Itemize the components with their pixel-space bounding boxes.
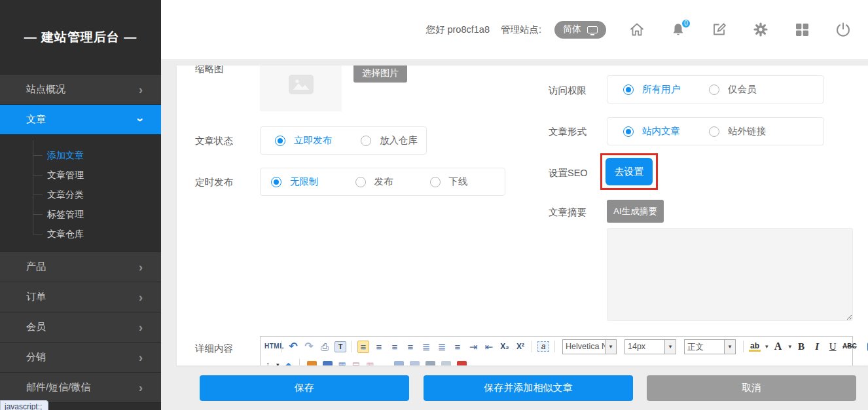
dropdown-caret-icon[interactable]: ▾: [789, 343, 792, 350]
anchor-icon[interactable]: a: [537, 341, 549, 352]
unordered-list-icon[interactable]: ≣: [436, 342, 448, 352]
highlight-color-icon[interactable]: ab: [749, 342, 761, 352]
radio-external-link[interactable]: 站外链接: [709, 125, 766, 138]
html-source-icon[interactable]: HTML: [264, 343, 276, 350]
go-setup-seo-button[interactable]: 去设置: [606, 158, 653, 185]
image-placeholder-icon: [289, 75, 314, 94]
font-size-dropdown[interactable]: 14px ▾: [624, 339, 676, 354]
radio-unselected-icon: [355, 177, 366, 187]
submenu-item-tag-manage[interactable]: 标签管理: [0, 204, 161, 224]
sidebar-item-mail-sms-wechat[interactable]: 邮件/短信/微信 ›: [0, 372, 161, 402]
radio-publish-now[interactable]: 立即发布: [275, 134, 332, 147]
admin-page: — 建站管理后台 — 站点概况 › 文章 › 添加文章 文章管理 文章分类 标签…: [0, 0, 868, 410]
undo-icon[interactable]: ↶: [287, 341, 299, 352]
print-icon[interactable]: ⎙: [319, 342, 331, 352]
compose-icon[interactable]: [710, 21, 728, 39]
logout-power-icon[interactable]: [834, 21, 852, 39]
font-family-dropdown[interactable]: Helvetica N ▾: [562, 339, 617, 354]
submenu-item-article-warehouse[interactable]: 文章仓库: [0, 224, 161, 244]
font-color-icon[interactable]: A: [772, 341, 784, 352]
sidebar-item-members[interactable]: 会员 ›: [0, 312, 161, 342]
paste-text-icon[interactable]: T: [335, 341, 346, 352]
table-row-icon[interactable]: ▤: [352, 361, 360, 366]
sidebar-item-orders[interactable]: 订单 ›: [0, 282, 161, 312]
ordered-list-icon[interactable]: ≣: [420, 342, 432, 352]
dropdown-caret-icon[interactable]: ▾: [765, 343, 769, 350]
language-toggle-button[interactable]: 简体: [554, 21, 606, 39]
submenu-item-article-manage[interactable]: 文章管理: [0, 165, 161, 185]
notifications-bell-icon[interactable]: 0: [669, 21, 687, 39]
sidebar-item-label: 站点概况: [26, 83, 65, 96]
dropdown-caret-icon[interactable]: ▾: [606, 339, 617, 354]
strikethrough-icon[interactable]: ABC: [842, 343, 854, 350]
underline-icon[interactable]: U: [827, 342, 839, 352]
line-height-icon[interactable]: ↕: [266, 361, 270, 365]
radio-offline-time[interactable]: 下线: [430, 176, 468, 188]
dropdown-caret-icon[interactable]: ▾: [276, 362, 280, 365]
radio-onsite-article[interactable]: 站内文章: [623, 125, 680, 138]
radio-selected-icon: [623, 126, 634, 137]
italic-icon[interactable]: I: [811, 342, 823, 352]
radio-members-only[interactable]: 仅会员: [709, 83, 757, 96]
align-left-icon[interactable]: ≡: [357, 341, 369, 353]
radio-no-limit[interactable]: 无限制: [271, 176, 319, 188]
radio-unselected-icon: [709, 126, 719, 137]
manage-site-label: 管理站点:: [501, 24, 541, 36]
align-center-icon[interactable]: ≡: [373, 342, 385, 352]
subscript-icon[interactable]: X₂: [499, 343, 511, 350]
bold-icon[interactable]: B: [795, 342, 807, 352]
cancel-button[interactable]: 取消: [647, 375, 856, 401]
radio-all-users[interactable]: 所有用户: [623, 83, 680, 96]
summary-textarea[interactable]: [607, 228, 853, 321]
chevron-right-icon: ›: [139, 291, 143, 303]
dropdown-caret-icon[interactable]: ▾: [665, 339, 676, 354]
thumbnail-label: 缩略图: [195, 65, 224, 75]
greeting-text: 您好 pro8cf1a8: [425, 24, 490, 36]
redo-icon[interactable]: ↷: [303, 341, 315, 352]
sidebar-item-products[interactable]: 产品 ›: [0, 252, 161, 282]
table-icon[interactable]: ▦: [338, 361, 346, 366]
insert-video-icon[interactable]: [323, 361, 333, 366]
indent-first-icon[interactable]: ≡: [452, 342, 463, 352]
home-icon[interactable]: [628, 21, 645, 39]
article-status-group: 立即发布 放入仓库: [260, 126, 427, 155]
ai-generate-summary-button[interactable]: AI生成摘要: [607, 200, 664, 223]
radio-publish-time[interactable]: 发布: [355, 176, 393, 188]
justify-icon[interactable]: ≡: [405, 342, 416, 352]
scheduled-publish-group: 无限制 发布 下线: [260, 168, 505, 196]
indent-left-icon[interactable]: ⇤: [483, 342, 495, 352]
save-button[interactable]: 保存: [200, 375, 409, 401]
sidebar-item-articles[interactable]: 文章 ›: [0, 104, 161, 134]
chevron-down-icon: ›: [135, 118, 147, 122]
save-and-add-similar-button[interactable]: 保存并添加相似文章: [424, 375, 633, 401]
sidebar-item-distribution[interactable]: 分销 ›: [0, 342, 161, 372]
radio-selected-icon: [623, 84, 634, 95]
unlink-icon[interactable]: [441, 361, 451, 366]
radio-put-in-warehouse[interactable]: 放入仓库: [361, 134, 418, 147]
sidebar-item-label: 分销: [26, 351, 46, 363]
table-cell-icon[interactable]: ▥: [366, 361, 374, 366]
settings-gear-icon[interactable]: [751, 21, 769, 39]
link-icon[interactable]: [425, 361, 435, 366]
chevron-right-icon: ›: [139, 84, 143, 96]
pick-image-button[interactable]: 选择图片: [353, 65, 407, 83]
thumbnail-preview[interactable]: [260, 65, 342, 111]
sidebar-item-site-overview[interactable]: 站点概况 ›: [0, 74, 161, 104]
submenu-item-add-article[interactable]: 添加文章: [0, 145, 161, 165]
summary-label: 文章摘要: [549, 206, 587, 219]
insert-image-icon[interactable]: [307, 361, 317, 366]
submenu-item-article-category[interactable]: 文章分类: [0, 185, 161, 204]
person-anchor-icon[interactable]: [410, 361, 420, 366]
horizontal-rule-icon[interactable]: —: [380, 361, 388, 366]
insert-map-icon[interactable]: [394, 361, 404, 366]
dropdown-caret-icon[interactable]: ▾: [725, 339, 736, 354]
paragraph-style-dropdown[interactable]: 正文 ▾: [684, 339, 736, 354]
apps-grid-icon[interactable]: [793, 21, 810, 39]
sidebar-item-label: 会员: [26, 321, 46, 333]
remove-format-icon[interactable]: ◆: [285, 361, 292, 366]
radio-selected-icon: [275, 136, 285, 146]
align-right-icon[interactable]: ≡: [389, 342, 401, 352]
indent-right-icon[interactable]: ⇥: [467, 342, 479, 352]
attachment-icon[interactable]: [457, 361, 467, 366]
superscript-icon[interactable]: X²: [515, 343, 526, 350]
